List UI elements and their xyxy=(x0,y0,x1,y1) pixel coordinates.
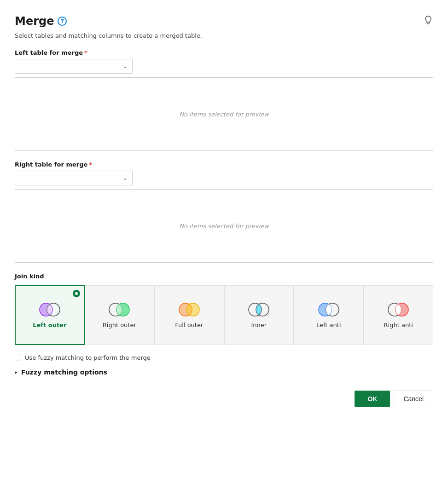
join-card-inner[interactable]: Inner xyxy=(224,285,294,345)
right-table-chevron-icon: ⌄ xyxy=(123,175,128,181)
venn-left-outer-icon xyxy=(36,301,64,318)
fuzzy-options-label: Fuzzy matching options xyxy=(21,369,107,376)
join-card-left-anti[interactable]: Left anti xyxy=(294,285,363,345)
subtitle: Select tables and matching columns to cr… xyxy=(15,32,433,39)
right-table-dropdown[interactable]: ⌄ xyxy=(15,171,133,185)
left-table-chevron-icon: ⌄ xyxy=(123,63,128,69)
venn-left-anti-icon xyxy=(315,301,343,318)
join-card-inner-label: Inner xyxy=(251,322,267,329)
join-card-full-outer-label: Full outer xyxy=(175,322,203,329)
left-table-label: Left table for merge* xyxy=(15,49,433,56)
venn-full-outer-icon xyxy=(175,301,203,318)
fuzzy-matching-label: Use fuzzy matching to perform the merge xyxy=(25,354,151,361)
cancel-button[interactable]: Cancel xyxy=(394,391,433,407)
fuzzy-matching-row: Use fuzzy matching to perform the merge xyxy=(15,354,433,361)
page-title: Merge xyxy=(15,15,54,28)
venn-right-outer-icon xyxy=(105,301,133,318)
join-card-left-outer[interactable]: Left outer xyxy=(15,285,85,345)
join-card-right-outer-label: Right outer xyxy=(103,322,136,329)
join-card-right-outer[interactable]: Right outer xyxy=(85,285,154,345)
join-card-right-anti-label: Right anti xyxy=(384,322,413,329)
chevron-right-icon: ▸ xyxy=(15,369,17,375)
footer-buttons: OK Cancel xyxy=(15,391,433,407)
selected-indicator xyxy=(73,290,80,297)
join-card-left-anti-label: Left anti xyxy=(316,322,341,329)
svg-point-10 xyxy=(186,303,199,316)
venn-inner-icon xyxy=(245,301,273,318)
ok-button[interactable]: OK xyxy=(355,391,390,407)
fuzzy-options-row[interactable]: ▸ Fuzzy matching options xyxy=(15,369,433,376)
help-icon[interactable]: ? xyxy=(58,17,67,26)
right-table-preview: No items selected for preview xyxy=(15,189,433,263)
join-kind-options: Left outer Right outer Full outer xyxy=(15,285,433,345)
join-card-left-outer-label: Left outer xyxy=(33,322,66,329)
left-table-dropdown[interactable]: ⌄ xyxy=(15,59,133,74)
join-card-full-outer[interactable]: Full outer xyxy=(154,285,224,345)
right-table-label: Right table for merge* xyxy=(15,161,433,168)
venn-right-anti-icon xyxy=(384,301,412,318)
join-kind-label: Join kind xyxy=(15,273,433,280)
fuzzy-matching-checkbox[interactable] xyxy=(15,355,21,361)
join-card-right-anti[interactable]: Right anti xyxy=(363,285,433,345)
lightbulb-icon[interactable] xyxy=(423,15,433,28)
left-table-preview: No items selected for preview xyxy=(15,77,433,151)
